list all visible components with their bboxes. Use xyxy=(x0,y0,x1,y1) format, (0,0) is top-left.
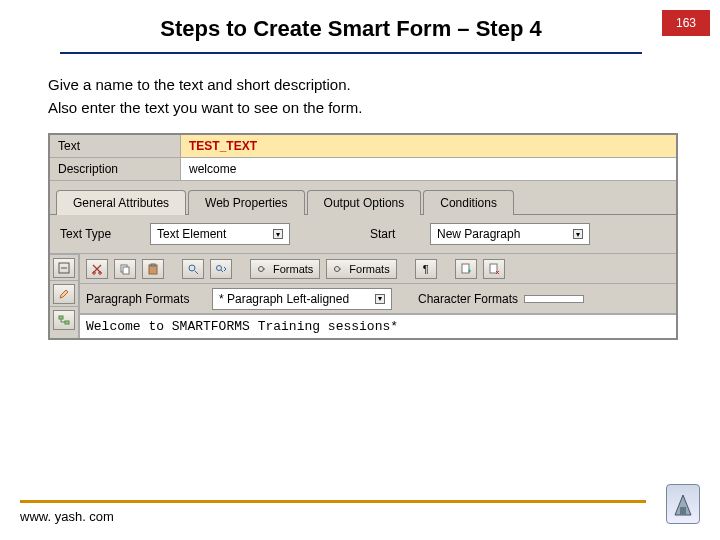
paragraph-formats-label: Paragraph Formats xyxy=(86,292,206,306)
svg-point-3 xyxy=(93,271,96,274)
formats-button-1[interactable]: Formats xyxy=(250,259,320,279)
formats-label-1: Formats xyxy=(273,263,313,275)
description-field-label: Description xyxy=(50,158,180,180)
svg-rect-13 xyxy=(462,264,469,273)
svg-rect-1 xyxy=(59,316,63,319)
svg-rect-2 xyxy=(65,321,69,324)
paragraph-formats-dropdown[interactable]: * Paragraph Left-aligned ▾ xyxy=(212,288,392,310)
structure-icon[interactable] xyxy=(53,310,75,330)
svg-point-12 xyxy=(335,266,340,271)
svg-point-11 xyxy=(259,266,264,271)
page-number-badge: 163 xyxy=(662,10,710,36)
edit-icon[interactable] xyxy=(53,284,75,304)
tab-conditions[interactable]: Conditions xyxy=(423,190,514,215)
instruction-line-2: Also enter the text you want to see on t… xyxy=(48,97,720,120)
paste-icon[interactable] xyxy=(142,259,164,279)
find-icon[interactable] xyxy=(182,259,204,279)
start-value: New Paragraph xyxy=(437,227,520,241)
slide-title: Steps to Create Smart Form – Step 4 xyxy=(60,10,642,54)
chevron-down-icon: ▾ xyxy=(273,229,283,239)
sap-screenshot-panel: Text TEST_TEXT Description welcome Gener… xyxy=(48,133,678,340)
editor-toggle-icon[interactable] xyxy=(53,258,75,278)
tab-strip: General Attributes Web Properties Output… xyxy=(50,181,676,215)
footer-divider xyxy=(20,500,646,503)
editor-text[interactable]: Welcome to SMARTFORMS Training sessions* xyxy=(86,319,398,334)
start-dropdown[interactable]: New Paragraph ▾ xyxy=(430,223,590,245)
copy-icon[interactable] xyxy=(114,259,136,279)
insert-page-icon[interactable] xyxy=(455,259,477,279)
start-label: Start xyxy=(370,227,420,241)
company-logo-icon xyxy=(666,484,700,524)
svg-point-9 xyxy=(189,265,195,271)
text-field-value[interactable]: TEST_TEXT xyxy=(180,135,676,157)
character-formats-dropdown[interactable] xyxy=(524,295,584,303)
svg-rect-6 xyxy=(123,267,129,274)
tab-output-options[interactable]: Output Options xyxy=(307,190,422,215)
paragraph-formats-value: * Paragraph Left-aligned xyxy=(219,292,349,306)
text-type-label: Text Type xyxy=(60,227,140,241)
chevron-down-icon: ▾ xyxy=(573,229,583,239)
svg-point-4 xyxy=(99,271,102,274)
text-type-dropdown[interactable]: Text Element ▾ xyxy=(150,223,290,245)
pilcrow-icon[interactable]: ¶ xyxy=(415,259,437,279)
formats-button-2[interactable]: Formats xyxy=(326,259,396,279)
chevron-down-icon: ▾ xyxy=(375,294,385,304)
cut-icon[interactable] xyxy=(86,259,108,279)
svg-rect-15 xyxy=(680,507,686,515)
instruction-line-1: Give a name to the text and short descri… xyxy=(48,74,720,97)
footer-url: www. yash. com xyxy=(20,509,646,524)
tab-web-properties[interactable]: Web Properties xyxy=(188,190,304,215)
text-field-label: Text xyxy=(50,135,180,157)
delete-page-icon[interactable] xyxy=(483,259,505,279)
formats-label-2: Formats xyxy=(349,263,389,275)
svg-point-10 xyxy=(217,265,222,270)
find-next-icon[interactable] xyxy=(210,259,232,279)
text-type-value: Text Element xyxy=(157,227,226,241)
character-formats-label: Character Formats xyxy=(418,292,518,306)
description-field-value[interactable]: welcome xyxy=(180,158,676,180)
tab-general-attributes[interactable]: General Attributes xyxy=(56,190,186,215)
svg-rect-8 xyxy=(151,264,155,266)
